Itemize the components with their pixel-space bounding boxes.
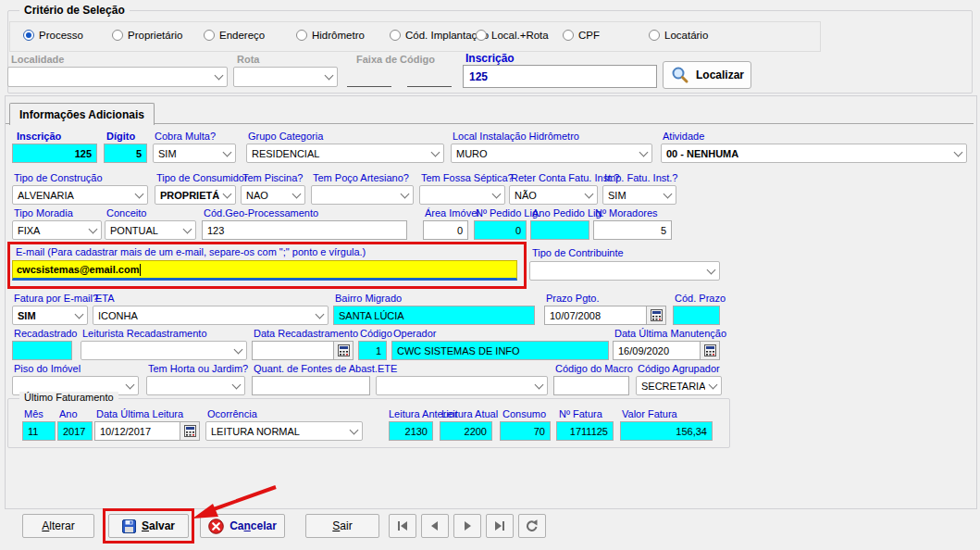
atividade-select[interactable]: 00 - NENHUMA	[661, 144, 967, 163]
fatura-email-select[interactable]: SIM	[12, 306, 88, 325]
last-record-button[interactable]	[486, 514, 514, 538]
tab-informacoes-adicionais[interactable]: Informações Adicionais	[9, 103, 155, 125]
fatura-email-label: Fatura por E-mail?	[14, 293, 98, 304]
mes-label: Mês	[24, 408, 43, 419]
fontes-abast-input[interactable]	[252, 376, 370, 395]
criterio-selecao-title: Critério de Seleção	[19, 4, 130, 17]
digito-field[interactable]: 5	[104, 144, 147, 163]
radio-hidrometro[interactable]: Hidrômetro	[296, 30, 365, 41]
previous-record-icon	[428, 521, 441, 531]
radio-proprietario[interactable]: Proprietário	[112, 30, 182, 41]
reter-conta-label: Reter Conta Fatu. Inst.?	[511, 172, 619, 183]
imp-fatu-select[interactable]: SIM	[602, 185, 676, 205]
local-instalacao-select[interactable]: MURO	[451, 144, 652, 163]
tipo-consumidor-select[interactable]: PROPRIETÁI	[155, 185, 236, 205]
chevron-down-icon	[703, 262, 719, 280]
ete-select[interactable]	[376, 376, 548, 395]
data-ultima-leitura-datefield[interactable]: 10/12/2017	[94, 421, 200, 441]
cod-prazo-field[interactable]	[673, 306, 720, 325]
conceito-label: Conceito	[106, 207, 146, 219]
floppy-disk-icon	[122, 519, 136, 533]
eta-select[interactable]: ICONHA	[93, 306, 329, 325]
chevron-down-icon	[489, 186, 504, 204]
chevron-down-icon	[950, 144, 966, 162]
ano-pedido-field[interactable]	[530, 220, 589, 240]
tem-fossa-label: Tem Fossa Séptica?	[421, 172, 514, 183]
grupo-categoria-select[interactable]: RESIDENCIAL	[246, 144, 444, 163]
bairro-migrado-field[interactable]: SANTA LÚCIA	[333, 306, 535, 325]
sair-button[interactable]: Sair	[305, 514, 379, 538]
tipo-contribuinte-select[interactable]	[529, 261, 720, 281]
chevron-down-icon	[660, 186, 676, 204]
radio-label: Endereço	[219, 30, 265, 41]
radio-locatario[interactable]: Locatário	[649, 30, 708, 41]
valor-fatura-field[interactable]: 156,34	[620, 421, 713, 441]
mes-field[interactable]: 11	[22, 421, 56, 441]
ocorrencia-select[interactable]: LEITURA NORMAL	[205, 421, 363, 441]
num-fatura-field[interactable]: 1711125	[556, 421, 614, 441]
tem-piscina-select[interactable]: NAO	[241, 185, 305, 205]
radio-endereco[interactable]: Endereço	[204, 30, 265, 41]
leitura-anterior-field[interactable]: 2130	[389, 421, 433, 441]
calendar-button[interactable]	[646, 306, 665, 324]
tem-poco-select[interactable]	[311, 185, 414, 205]
num-moradores-input[interactable]: 5	[593, 220, 672, 240]
consumo-field[interactable]: 70	[500, 421, 551, 441]
rota-select[interactable]	[233, 67, 338, 87]
radio-circle-icon	[563, 30, 574, 41]
leitura-atual-field[interactable]: 2200	[440, 421, 492, 441]
chevron-down-icon	[346, 422, 362, 440]
ano-field[interactable]: 2017	[57, 421, 93, 441]
localidade-select[interactable]	[7, 67, 228, 87]
radio-cod-implantacao[interactable]: Cód. Implantação	[390, 30, 489, 41]
prazo-pgto-datefield[interactable]: 10/07/2008	[544, 306, 666, 325]
inscricao-search-input[interactable]: 125	[463, 65, 657, 88]
cancelar-button[interactable]: Cancelar	[200, 514, 285, 538]
localizar-button[interactable]: Localizar	[663, 61, 751, 89]
tem-horta-select[interactable]	[146, 376, 245, 395]
data-ultima-manutencao-label: Data Última Manutenção	[614, 328, 726, 339]
leiturista-select[interactable]	[81, 341, 247, 360]
next-record-button[interactable]	[453, 514, 481, 538]
calendar-button[interactable]	[700, 342, 719, 359]
tipo-construcao-select[interactable]: ALVENARIA	[12, 185, 148, 205]
codigo-macro-input[interactable]	[553, 376, 629, 395]
salvar-button[interactable]: Salvar	[108, 514, 189, 538]
num-pedido-field[interactable]: 0	[474, 220, 527, 240]
calendar-button[interactable]	[180, 422, 199, 440]
codigo-agrupador-select[interactable]: SECRETARIA	[636, 376, 722, 395]
alterar-button[interactable]: Alterar	[22, 514, 94, 538]
radio-label: CPF	[578, 30, 600, 41]
radio-cpf[interactable]: CPF	[563, 30, 600, 41]
operador-field[interactable]: CWC SISTEMAS DE INFO	[391, 341, 609, 360]
faixa-codigo-from-input[interactable]	[347, 67, 391, 87]
chevron-down-icon	[230, 342, 246, 359]
previous-record-button[interactable]	[421, 514, 449, 538]
geo-input[interactable]: 123	[202, 220, 407, 240]
first-record-button[interactable]	[389, 514, 416, 538]
calendar-icon	[184, 425, 196, 437]
cobra-multa-select[interactable]: SIM	[153, 144, 236, 163]
radio-local-rota[interactable]: Local.+Rota	[476, 30, 549, 41]
radio-circle-icon	[112, 30, 123, 41]
chevron-down-icon	[71, 306, 87, 324]
email-input[interactable]: cwcsistemas@email.com	[12, 260, 517, 281]
radio-processo[interactable]: Processo	[23, 30, 83, 41]
radio-circle-icon	[649, 30, 660, 41]
inscricao-field[interactable]: 125	[12, 144, 97, 163]
tem-fossa-select[interactable]	[419, 185, 505, 205]
tipo-moradia-select[interactable]: FIXA	[12, 220, 102, 240]
area-imovel-input[interactable]: 0	[423, 220, 468, 240]
ultimo-faturamento-title: Último Faturamento	[19, 392, 118, 403]
reter-conta-select[interactable]: NÃO	[509, 185, 598, 205]
calendar-button[interactable]	[333, 342, 353, 359]
data-ultima-manutencao-datefield[interactable]: 16/09/2020	[613, 341, 720, 360]
radio-label: Locatário	[664, 30, 708, 41]
faixa-codigo-to-input[interactable]	[407, 67, 452, 87]
data-recadastramento-datefield[interactable]	[252, 341, 354, 360]
codigo-operador-field[interactable]: 1	[358, 341, 387, 360]
refresh-button[interactable]	[518, 514, 546, 538]
calendar-icon	[651, 309, 663, 321]
conceito-select[interactable]: PONTUAL	[105, 220, 196, 240]
recadastrado-field[interactable]	[12, 341, 72, 360]
